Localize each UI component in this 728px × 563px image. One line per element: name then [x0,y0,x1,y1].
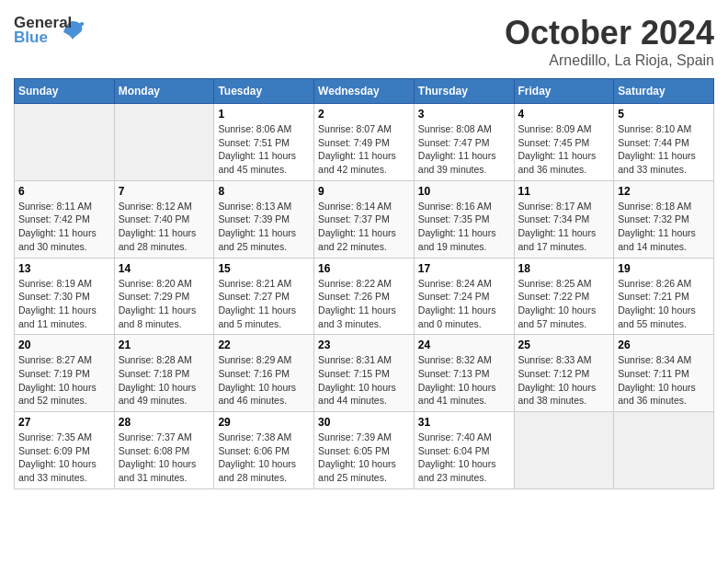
logo: General Blue [14,14,85,47]
day-number: 28 [119,416,210,429]
day-number: 8 [218,185,310,198]
day-number: 20 [18,339,110,351]
calendar-header-thursday: Thursday [414,79,514,104]
day-info: Sunrise: 8:32 AMSunset: 7:13 PMDaylight:… [418,353,510,408]
calendar-cell: 26Sunrise: 8:34 AMSunset: 7:11 PMDayligh… [614,335,714,412]
day-info: Sunrise: 8:28 AMSunset: 7:18 PMDaylight:… [119,353,210,408]
calendar-cell: 31Sunrise: 7:40 AMSunset: 6:04 PMDayligh… [414,412,514,489]
calendar-cell: 10Sunrise: 8:16 AMSunset: 7:35 PMDayligh… [414,180,514,258]
day-info: Sunrise: 8:26 AMSunset: 7:21 PMDaylight:… [618,277,710,331]
calendar-cell: 17Sunrise: 8:24 AMSunset: 7:24 PMDayligh… [414,258,514,335]
calendar-header-friday: Friday [514,79,614,104]
day-info: Sunrise: 7:39 AMSunset: 6:05 PMDaylight:… [318,431,410,485]
calendar-cell [15,104,115,181]
calendar-header-tuesday: Tuesday [214,79,314,104]
day-number: 3 [418,108,510,121]
calendar-cell: 11Sunrise: 8:17 AMSunset: 7:34 PMDayligh… [514,180,614,258]
day-number: 12 [618,185,710,198]
calendar-cell: 13Sunrise: 8:19 AMSunset: 7:30 PMDayligh… [15,258,115,335]
day-info: Sunrise: 8:21 AMSunset: 7:27 PMDaylight:… [218,277,310,331]
calendar-cell: 9Sunrise: 8:14 AMSunset: 7:37 PMDaylight… [314,180,415,258]
day-info: Sunrise: 7:35 AMSunset: 6:09 PMDaylight:… [18,431,110,485]
calendar-cell [614,412,714,489]
calendar-cell [114,104,214,181]
day-info: Sunrise: 8:14 AMSunset: 7:37 PMDaylight:… [318,200,410,254]
location-subtitle: Arnedillo, La Rioja, Spain [505,52,714,69]
calendar-cell: 28Sunrise: 7:37 AMSunset: 6:08 PMDayligh… [114,412,214,489]
day-number: 21 [119,339,210,351]
day-number: 30 [318,416,410,429]
calendar-cell: 24Sunrise: 8:32 AMSunset: 7:13 PMDayligh… [414,335,514,412]
day-info: Sunrise: 8:33 AMSunset: 7:12 PMDaylight:… [518,353,610,408]
calendar-cell: 14Sunrise: 8:20 AMSunset: 7:29 PMDayligh… [114,258,214,335]
day-info: Sunrise: 7:37 AMSunset: 6:08 PMDaylight:… [119,431,210,485]
calendar-cell: 2Sunrise: 8:07 AMSunset: 7:49 PMDaylight… [314,104,415,181]
calendar-cell: 1Sunrise: 8:06 AMSunset: 7:51 PMDaylight… [214,104,314,181]
calendar-cell: 25Sunrise: 8:33 AMSunset: 7:12 PMDayligh… [514,335,614,412]
calendar-header-saturday: Saturday [614,79,714,104]
day-info: Sunrise: 8:22 AMSunset: 7:26 PMDaylight:… [318,277,410,331]
day-info: Sunrise: 8:27 AMSunset: 7:19 PMDaylight:… [18,353,110,408]
day-info: Sunrise: 8:34 AMSunset: 7:11 PMDaylight:… [618,353,710,408]
day-number: 14 [119,262,210,275]
calendar-cell: 18Sunrise: 8:25 AMSunset: 7:22 PMDayligh… [514,258,614,335]
day-info: Sunrise: 8:06 AMSunset: 7:51 PMDaylight:… [218,122,310,177]
calendar-cell: 6Sunrise: 8:11 AMSunset: 7:42 PMDaylight… [15,180,115,258]
calendar-table: SundayMondayTuesdayWednesdayThursdayFrid… [14,78,714,489]
calendar-cell: 5Sunrise: 8:10 AMSunset: 7:44 PMDaylight… [614,104,714,181]
calendar-header-wednesday: Wednesday [314,79,415,104]
title-block: October 2024 Arnedillo, La Rioja, Spain [505,14,714,69]
month-title: October 2024 [505,14,714,52]
day-info: Sunrise: 8:24 AMSunset: 7:24 PMDaylight:… [418,277,510,331]
day-info: Sunrise: 8:25 AMSunset: 7:22 PMDaylight:… [518,277,610,331]
day-info: Sunrise: 8:13 AMSunset: 7:39 PMDaylight:… [218,200,310,254]
day-info: Sunrise: 8:17 AMSunset: 7:34 PMDaylight:… [518,200,610,254]
day-info: Sunrise: 8:18 AMSunset: 7:32 PMDaylight:… [618,200,710,254]
calendar-cell: 15Sunrise: 8:21 AMSunset: 7:27 PMDayligh… [214,258,314,335]
calendar-week-row: 1Sunrise: 8:06 AMSunset: 7:51 PMDaylight… [15,104,714,181]
calendar-cell: 7Sunrise: 8:12 AMSunset: 7:40 PMDaylight… [114,180,214,258]
day-info: Sunrise: 8:11 AMSunset: 7:42 PMDaylight:… [18,200,110,254]
day-number: 11 [518,185,610,198]
calendar-cell: 21Sunrise: 8:28 AMSunset: 7:18 PMDayligh… [114,335,214,412]
page-header: General Blue October 2024 Arnedillo, La … [14,14,714,69]
day-info: Sunrise: 8:29 AMSunset: 7:16 PMDaylight:… [218,353,310,408]
day-info: Sunrise: 8:08 AMSunset: 7:47 PMDaylight:… [418,122,510,177]
calendar-week-row: 13Sunrise: 8:19 AMSunset: 7:30 PMDayligh… [15,258,714,335]
calendar-header-row: SundayMondayTuesdayWednesdayThursdayFrid… [15,79,714,104]
day-number: 27 [18,416,110,429]
calendar-cell [514,412,614,489]
calendar-header-sunday: Sunday [15,79,115,104]
calendar-cell: 4Sunrise: 8:09 AMSunset: 7:45 PMDaylight… [514,104,614,181]
day-number: 5 [618,108,710,121]
calendar-cell: 3Sunrise: 8:08 AMSunset: 7:47 PMDaylight… [414,104,514,181]
day-info: Sunrise: 8:31 AMSunset: 7:15 PMDaylight:… [318,353,410,408]
day-info: Sunrise: 7:38 AMSunset: 6:06 PMDaylight:… [218,431,310,485]
day-number: 2 [318,108,410,121]
calendar-cell: 23Sunrise: 8:31 AMSunset: 7:15 PMDayligh… [314,335,415,412]
day-info: Sunrise: 8:12 AMSunset: 7:40 PMDaylight:… [119,200,210,254]
day-number: 23 [318,339,410,351]
calendar-cell: 8Sunrise: 8:13 AMSunset: 7:39 PMDaylight… [214,180,314,258]
day-info: Sunrise: 8:16 AMSunset: 7:35 PMDaylight:… [418,200,510,254]
calendar-header-monday: Monday [114,79,214,104]
day-number: 4 [518,108,610,121]
day-number: 25 [518,339,610,351]
day-number: 13 [18,262,110,275]
calendar-cell: 22Sunrise: 8:29 AMSunset: 7:16 PMDayligh… [214,335,314,412]
day-number: 7 [119,185,210,198]
day-number: 31 [418,416,510,429]
calendar-cell: 30Sunrise: 7:39 AMSunset: 6:05 PMDayligh… [314,412,415,489]
day-info: Sunrise: 8:19 AMSunset: 7:30 PMDaylight:… [18,277,110,331]
day-number: 1 [218,108,310,121]
day-number: 6 [18,185,110,198]
day-info: Sunrise: 7:40 AMSunset: 6:04 PMDaylight:… [418,431,510,485]
day-number: 10 [418,185,510,198]
day-info: Sunrise: 8:09 AMSunset: 7:45 PMDaylight:… [518,122,610,177]
day-info: Sunrise: 8:20 AMSunset: 7:29 PMDaylight:… [119,277,210,331]
calendar-cell: 12Sunrise: 8:18 AMSunset: 7:32 PMDayligh… [614,180,714,258]
calendar-week-row: 27Sunrise: 7:35 AMSunset: 6:09 PMDayligh… [15,412,714,489]
calendar-cell: 16Sunrise: 8:22 AMSunset: 7:26 PMDayligh… [314,258,415,335]
day-number: 29 [218,416,310,429]
day-number: 24 [418,339,510,351]
